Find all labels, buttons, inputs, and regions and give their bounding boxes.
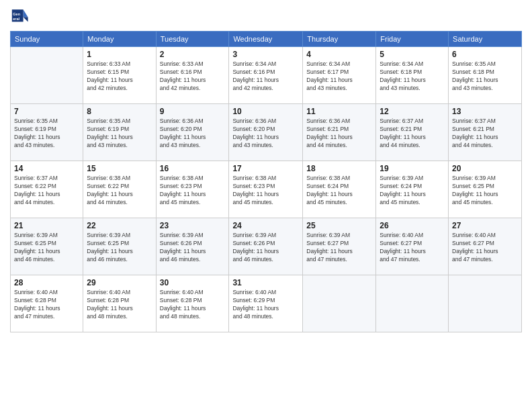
day-info: Sunrise: 6:38 AM Sunset: 6:22 PM Dayligh… bbox=[87, 175, 152, 207]
day-number: 2 bbox=[160, 50, 226, 59]
day-number: 1 bbox=[87, 50, 152, 59]
day-number: 19 bbox=[380, 164, 445, 173]
calendar-day: 10Sunrise: 6:36 AM Sunset: 6:20 PM Dayli… bbox=[229, 104, 303, 161]
day-info: Sunrise: 6:36 AM Sunset: 6:20 PM Dayligh… bbox=[232, 118, 299, 150]
calendar-week-5: 28Sunrise: 6:40 AM Sunset: 6:28 PM Dayli… bbox=[11, 275, 522, 332]
calendar-day: 26Sunrise: 6:40 AM Sunset: 6:27 PM Dayli… bbox=[376, 218, 449, 275]
calendar-week-1: 1Sunrise: 6:33 AM Sunset: 6:15 PM Daylig… bbox=[11, 47, 522, 104]
calendar-day: 29Sunrise: 6:40 AM Sunset: 6:28 PM Dayli… bbox=[83, 275, 156, 332]
day-number: 13 bbox=[452, 107, 518, 116]
weekday-header-friday: Friday bbox=[376, 32, 449, 47]
day-number: 29 bbox=[87, 278, 152, 287]
calendar-day: 5Sunrise: 6:34 AM Sunset: 6:18 PM Daylig… bbox=[376, 47, 449, 104]
calendar-day: 22Sunrise: 6:39 AM Sunset: 6:25 PM Dayli… bbox=[83, 218, 156, 275]
weekday-header-wednesday: Wednesday bbox=[229, 32, 303, 47]
day-info: Sunrise: 6:36 AM Sunset: 6:20 PM Dayligh… bbox=[160, 118, 226, 150]
weekday-header-thursday: Thursday bbox=[303, 32, 376, 47]
day-number: 3 bbox=[232, 50, 299, 59]
day-info: Sunrise: 6:34 AM Sunset: 6:16 PM Dayligh… bbox=[232, 60, 299, 93]
day-number: 10 bbox=[232, 107, 299, 116]
day-info: Sunrise: 6:39 AM Sunset: 6:25 PM Dayligh… bbox=[87, 232, 152, 264]
weekday-header-tuesday: Tuesday bbox=[156, 32, 229, 47]
weekday-header-row: SundayMondayTuesdayWednesdayThursdayFrid… bbox=[11, 32, 522, 47]
calendar-day: 4Sunrise: 6:34 AM Sunset: 6:17 PM Daylig… bbox=[303, 47, 376, 104]
day-number: 26 bbox=[380, 221, 445, 230]
day-info: Sunrise: 6:40 AM Sunset: 6:27 PM Dayligh… bbox=[380, 232, 445, 264]
day-number: 25 bbox=[306, 221, 372, 230]
day-info: Sunrise: 6:39 AM Sunset: 6:25 PM Dayligh… bbox=[14, 232, 79, 264]
calendar-week-3: 14Sunrise: 6:37 AM Sunset: 6:22 PM Dayli… bbox=[11, 161, 522, 218]
calendar-day: 31Sunrise: 6:40 AM Sunset: 6:29 PM Dayli… bbox=[229, 275, 303, 332]
day-info: Sunrise: 6:40 AM Sunset: 6:28 PM Dayligh… bbox=[160, 289, 226, 321]
calendar-day: 27Sunrise: 6:40 AM Sunset: 6:27 PM Dayli… bbox=[449, 218, 522, 275]
day-info: Sunrise: 6:37 AM Sunset: 6:21 PM Dayligh… bbox=[452, 118, 518, 150]
day-number: 18 bbox=[306, 164, 372, 173]
day-info: Sunrise: 6:39 AM Sunset: 6:25 PM Dayligh… bbox=[452, 175, 518, 207]
calendar-day: 18Sunrise: 6:38 AM Sunset: 6:24 PM Dayli… bbox=[303, 161, 376, 218]
day-info: Sunrise: 6:33 AM Sunset: 6:15 PM Dayligh… bbox=[87, 60, 152, 93]
calendar-day: 15Sunrise: 6:38 AM Sunset: 6:22 PM Dayli… bbox=[83, 161, 156, 218]
calendar-day: 8Sunrise: 6:35 AM Sunset: 6:19 PM Daylig… bbox=[83, 104, 156, 161]
day-info: Sunrise: 6:40 AM Sunset: 6:29 PM Dayligh… bbox=[232, 289, 299, 321]
calendar-day: 28Sunrise: 6:40 AM Sunset: 6:28 PM Dayli… bbox=[11, 275, 83, 332]
calendar-day: 20Sunrise: 6:39 AM Sunset: 6:25 PM Dayli… bbox=[449, 161, 522, 218]
day-number: 21 bbox=[14, 221, 79, 230]
calendar-week-4: 21Sunrise: 6:39 AM Sunset: 6:25 PM Dayli… bbox=[11, 218, 522, 275]
day-number: 7 bbox=[14, 107, 79, 116]
page: Gen eral SundayMondayTuesdayWednesdayThu… bbox=[0, 0, 532, 411]
logo: Gen eral bbox=[10, 7, 32, 26]
day-number: 28 bbox=[14, 278, 79, 287]
calendar-day: 19Sunrise: 6:39 AM Sunset: 6:24 PM Dayli… bbox=[376, 161, 449, 218]
calendar-day: 21Sunrise: 6:39 AM Sunset: 6:25 PM Dayli… bbox=[11, 218, 83, 275]
weekday-header-saturday: Saturday bbox=[449, 32, 522, 47]
day-number: 14 bbox=[14, 164, 79, 173]
day-info: Sunrise: 6:39 AM Sunset: 6:26 PM Dayligh… bbox=[232, 232, 299, 264]
day-info: Sunrise: 6:35 AM Sunset: 6:19 PM Dayligh… bbox=[87, 118, 152, 150]
day-number: 8 bbox=[87, 107, 152, 116]
day-info: Sunrise: 6:34 AM Sunset: 6:17 PM Dayligh… bbox=[306, 60, 372, 93]
day-info: Sunrise: 6:37 AM Sunset: 6:22 PM Dayligh… bbox=[14, 175, 79, 207]
calendar-day: 25Sunrise: 6:39 AM Sunset: 6:27 PM Dayli… bbox=[303, 218, 376, 275]
day-number: 23 bbox=[160, 221, 226, 230]
calendar-header: SundayMondayTuesdayWednesdayThursdayFrid… bbox=[11, 32, 522, 47]
day-info: Sunrise: 6:35 AM Sunset: 6:18 PM Dayligh… bbox=[452, 60, 518, 93]
svg-text:eral: eral bbox=[13, 17, 19, 21]
day-number: 11 bbox=[306, 107, 372, 116]
calendar-table: SundayMondayTuesdayWednesdayThursdayFrid… bbox=[10, 31, 522, 332]
day-info: Sunrise: 6:38 AM Sunset: 6:23 PM Dayligh… bbox=[232, 175, 299, 207]
calendar-day: 17Sunrise: 6:38 AM Sunset: 6:23 PM Dayli… bbox=[229, 161, 303, 218]
calendar-day: 24Sunrise: 6:39 AM Sunset: 6:26 PM Dayli… bbox=[229, 218, 303, 275]
calendar-day: 16Sunrise: 6:38 AM Sunset: 6:23 PM Dayli… bbox=[156, 161, 229, 218]
day-number: 31 bbox=[232, 278, 299, 287]
calendar-day bbox=[303, 275, 376, 332]
svg-marker-1 bbox=[24, 17, 28, 21]
calendar-day: 3Sunrise: 6:34 AM Sunset: 6:16 PM Daylig… bbox=[229, 47, 303, 104]
calendar-body: 1Sunrise: 6:33 AM Sunset: 6:15 PM Daylig… bbox=[11, 47, 522, 332]
day-number: 15 bbox=[87, 164, 152, 173]
day-info: Sunrise: 6:33 AM Sunset: 6:16 PM Dayligh… bbox=[160, 60, 226, 93]
day-number: 4 bbox=[306, 50, 372, 59]
day-info: Sunrise: 6:40 AM Sunset: 6:27 PM Dayligh… bbox=[452, 232, 518, 264]
calendar-day bbox=[449, 275, 522, 332]
calendar-day: 7Sunrise: 6:35 AM Sunset: 6:19 PM Daylig… bbox=[11, 104, 83, 161]
weekday-header-monday: Monday bbox=[83, 32, 156, 47]
day-info: Sunrise: 6:36 AM Sunset: 6:21 PM Dayligh… bbox=[306, 118, 372, 150]
calendar-day: 14Sunrise: 6:37 AM Sunset: 6:22 PM Dayli… bbox=[11, 161, 83, 218]
day-info: Sunrise: 6:34 AM Sunset: 6:18 PM Dayligh… bbox=[380, 60, 445, 93]
day-number: 12 bbox=[380, 107, 445, 116]
day-info: Sunrise: 6:35 AM Sunset: 6:19 PM Dayligh… bbox=[14, 118, 79, 150]
day-info: Sunrise: 6:39 AM Sunset: 6:26 PM Dayligh… bbox=[160, 232, 226, 264]
day-info: Sunrise: 6:38 AM Sunset: 6:24 PM Dayligh… bbox=[306, 175, 372, 207]
calendar-day: 1Sunrise: 6:33 AM Sunset: 6:15 PM Daylig… bbox=[83, 47, 156, 104]
header: Gen eral bbox=[10, 7, 522, 26]
calendar-day: 30Sunrise: 6:40 AM Sunset: 6:28 PM Dayli… bbox=[156, 275, 229, 332]
day-number: 27 bbox=[452, 221, 518, 230]
day-info: Sunrise: 6:40 AM Sunset: 6:28 PM Dayligh… bbox=[87, 289, 152, 321]
day-number: 9 bbox=[160, 107, 226, 116]
svg-marker-0 bbox=[24, 9, 28, 17]
day-number: 24 bbox=[232, 221, 299, 230]
calendar-day: 6Sunrise: 6:35 AM Sunset: 6:18 PM Daylig… bbox=[449, 47, 522, 104]
calendar-day bbox=[376, 275, 449, 332]
day-number: 17 bbox=[232, 164, 299, 173]
calendar-day: 9Sunrise: 6:36 AM Sunset: 6:20 PM Daylig… bbox=[156, 104, 229, 161]
